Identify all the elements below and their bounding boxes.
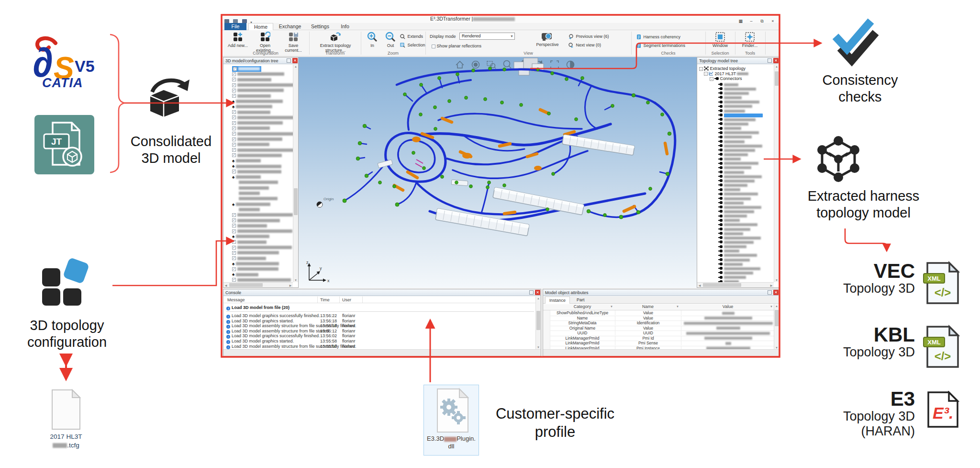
tab-part[interactable]: Part [573, 297, 589, 303]
perspective-button[interactable]: Perspective [533, 32, 562, 47]
tree-row[interactable]: ✓ [232, 250, 279, 255]
console-row[interactable]: iLoad 3D model assembly structure from f… [226, 323, 535, 329]
column-time[interactable]: Time [320, 297, 330, 302]
tree-row[interactable]: ✓ [232, 77, 271, 82]
tree-row[interactable] [232, 185, 269, 190]
save-current-button[interactable]: Save current... [280, 32, 306, 53]
tab-instance[interactable]: Instance [545, 297, 570, 304]
filter-icon[interactable]: ▼ [770, 305, 773, 308]
tree-row[interactable]: ✓ [232, 109, 270, 114]
window-selection-button[interactable]: Window [708, 32, 732, 48]
tree-row[interactable]: ✓ [232, 126, 270, 130]
title-bar[interactable]: ▾ E³.3DTransformer | ▦ – ⧉ × [222, 15, 779, 23]
wire-harness-model[interactable]: Origin z y x [299, 57, 697, 288]
console-row[interactable]: iLoad 3D model graphics started.13:56:18… [226, 319, 535, 324]
tree-row[interactable]: ✓ [232, 217, 280, 222]
tree-row[interactable] [232, 191, 260, 195]
close-icon[interactable]: ✕ [773, 58, 779, 63]
close-icon[interactable]: ✕ [535, 290, 540, 295]
tree-row[interactable]: ♠ [232, 261, 279, 266]
console-row[interactable]: iLoad 3D model graphics successfully fin… [226, 333, 535, 339]
tree-row[interactable]: ♠ [232, 202, 270, 207]
zoom-out-button[interactable]: Out [383, 32, 398, 48]
tree-row[interactable]: ✓ [232, 115, 293, 120]
filter-icon[interactable]: ▼ [610, 305, 613, 308]
tree-group-connectors[interactable]: - Connectors [710, 76, 742, 81]
tree-row[interactable]: ♠ [232, 104, 272, 109]
column-value[interactable]: Value [681, 304, 775, 309]
next-view-button[interactable]: Next view (0) [568, 43, 601, 48]
3d-viewport[interactable]: Origin z y x [299, 57, 697, 288]
tree-row[interactable]: ✓ [232, 131, 293, 136]
tree-row[interactable]: ✓ [232, 120, 283, 125]
tree-row[interactable]: ✓ [232, 212, 293, 217]
tab-home[interactable]: Home [248, 23, 273, 30]
tree-row[interactable]: ✓ [232, 148, 293, 152]
tree-row[interactable] [232, 207, 260, 212]
vertical-scrollbar[interactable]: ▲▼ [774, 304, 779, 350]
tree-row[interactable]: ✓ [232, 93, 271, 98]
tree-row[interactable]: ✓ [232, 277, 291, 282]
tab-settings[interactable]: Settings [307, 23, 334, 30]
tree-row[interactable]: ♠ [232, 158, 261, 163]
column-user[interactable]: User [342, 297, 351, 302]
tab-exchange[interactable]: Exchange [275, 23, 305, 30]
tree-row[interactable]: ♠ [232, 99, 283, 104]
pin-icon[interactable] [529, 290, 534, 295]
vertical-scrollbar[interactable]: ▲▼ [535, 297, 541, 349]
close-icon[interactable]: ✕ [292, 58, 298, 63]
tab-info[interactable]: Info [335, 23, 355, 30]
tree-row[interactable]: ✓ [232, 266, 278, 271]
tree-row-selected[interactable]: ✓ [232, 66, 261, 72]
tree-row[interactable]: ✓ [232, 245, 292, 250]
close-icon[interactable]: ✕ [773, 290, 779, 295]
tree-node-model[interactable]: - 2017 HL3T [704, 71, 748, 76]
open-existing-button[interactable]: Open existing... [252, 32, 278, 53]
column-name[interactable]: Name [615, 304, 681, 309]
tree-row[interactable] [232, 180, 278, 184]
finder-button[interactable]: Finder... [738, 32, 762, 48]
tree-row[interactable]: ♠ [232, 272, 258, 277]
console-row[interactable]: iLoad 3D model graphics started.13:55:58… [226, 339, 535, 344]
tree-row[interactable]: ✓ [232, 223, 267, 228]
console-row[interactable]: iLoad 3D model assembly structure from f… [226, 344, 535, 349]
tree-row[interactable]: ✓ [232, 153, 282, 158]
tree-row[interactable]: ♠ [232, 234, 269, 239]
tree-row[interactable]: ♠ [232, 163, 281, 169]
segment-terminations-button[interactable]: Segment terminations [636, 43, 685, 48]
extract-topology-button[interactable]: Extract topology structure... [314, 32, 357, 53]
display-mode-select[interactable]: Rendered ▼ [459, 33, 515, 40]
tree-row[interactable]: ♠ [232, 174, 261, 180]
tree-row[interactable]: ✓ [232, 88, 284, 92]
tree-row[interactable]: ✓ [232, 240, 267, 244]
console-row[interactable]: iLoad 3D model graphics successfully fin… [226, 313, 535, 319]
dll-file-icon[interactable]: E3.3DPlugin. dll [423, 385, 479, 456]
add-new-button[interactable]: Add new... [225, 32, 251, 48]
tree-row[interactable]: ✓ [232, 256, 266, 261]
pin-icon[interactable] [768, 290, 772, 295]
zoom-extends-button[interactable]: Extends [400, 34, 423, 39]
column-category[interactable]: Category [550, 304, 615, 309]
tab-file[interactable]: File [224, 23, 246, 30]
pin-icon[interactable] [768, 58, 772, 63]
horizontal-scrollbar[interactable]: ◀▶ [697, 282, 774, 287]
harness-coherency-button[interactable]: Harness coherency [636, 34, 680, 40]
tree-root-extracted-topology[interactable]: - Extracted topology [699, 66, 746, 71]
console-group-row[interactable]: iLoad 3D model from file (20) [226, 305, 534, 312]
tree-row[interactable]: ✓ [232, 82, 293, 87]
tree-row[interactable]: ✓ [232, 228, 292, 233]
console-row[interactable]: iLoad 3D model assembly structure from f… [226, 329, 535, 334]
zoom-selection-button[interactable]: Selection [400, 43, 425, 48]
column-message[interactable]: Message [227, 297, 245, 302]
tree-row[interactable]: ✓ [232, 137, 282, 141]
vertical-scrollbar[interactable]: ▲▼ [774, 65, 779, 282]
tree-row[interactable]: ✓ [232, 142, 269, 147]
filter-icon[interactable]: ▼ [676, 305, 679, 308]
tree-row[interactable] [232, 196, 278, 201]
horizontal-scrollbar[interactable]: ◀▶ [223, 282, 293, 287]
zoom-in-button[interactable]: In [365, 32, 380, 48]
planar-reflections-checkbox[interactable]: Show planar reflections [432, 44, 481, 48]
tcfg-file-icon[interactable] [50, 389, 82, 430]
tree-row[interactable]: ✓ [232, 71, 284, 76]
tree-row[interactable]: ✓ [232, 169, 281, 174]
